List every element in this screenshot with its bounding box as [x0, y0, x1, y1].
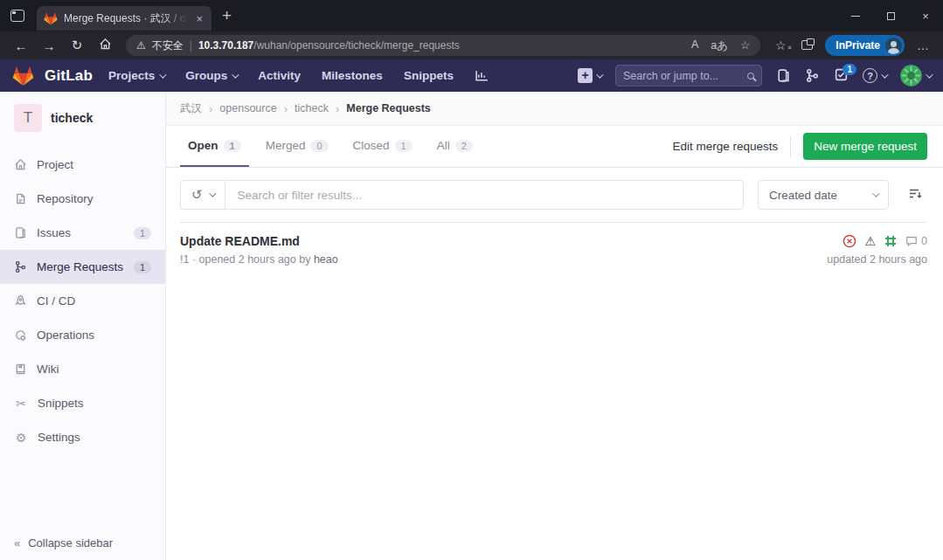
recent-searches-button[interactable]: ↺ — [181, 181, 225, 209]
sidebar-item-merge-requests[interactable]: Merge Requests 1 — [0, 250, 165, 284]
browser-menu-button[interactable]: … — [912, 38, 934, 52]
comment-count: 0 — [921, 235, 927, 247]
sidebar-item-label: Repository — [37, 192, 94, 205]
favorites-bar-button[interactable]: ☆ ≡ — [769, 38, 792, 52]
tab-open-count: 1 — [224, 140, 241, 152]
mr-author-link[interactable]: heao — [314, 253, 338, 266]
sidebar-item-wiki[interactable]: Wiki — [0, 352, 165, 386]
merge-requests-icon — [14, 260, 27, 273]
project-avatar: T — [14, 104, 42, 132]
nav-groups[interactable]: Groups — [185, 69, 237, 82]
sidebar-item-snippets[interactable]: ✂ Snippets — [0, 386, 165, 420]
breadcrumb-separator: › — [336, 102, 339, 115]
favorites-lines-icon: ≡ — [787, 45, 791, 51]
breadcrumb: 武汉 › opensource › ticheck › Merge Reques… — [166, 92, 943, 126]
home-icon — [99, 38, 112, 51]
workspaces-icon[interactable] — [10, 10, 24, 22]
assignee-avatar[interactable] — [884, 234, 898, 248]
charts-button[interactable] — [475, 68, 489, 83]
add-favorite-icon[interactable]: ☆ — [740, 38, 750, 53]
home-button[interactable] — [93, 38, 117, 53]
user-menu[interactable] — [900, 65, 931, 86]
window-minimize-button[interactable] — [838, 0, 873, 31]
window-maximize-button[interactable] — [873, 0, 908, 31]
edit-merge-requests-button[interactable]: Edit merge requests — [672, 140, 778, 153]
pipeline-failed-icon[interactable] — [842, 234, 856, 248]
collections-button[interactable] — [795, 38, 818, 52]
translate-icon[interactable]: aあ — [711, 38, 728, 53]
divider — [790, 136, 791, 157]
sidebar-item-label: Wiki — [37, 363, 59, 376]
gear-icon: ⚙ — [14, 431, 28, 445]
sidebar-item-operations[interactable]: Operations — [0, 318, 165, 352]
filter-search-input[interactable] — [225, 189, 743, 202]
url-domain: 10.3.70.187 — [198, 39, 253, 52]
sort-direction-button[interactable] — [903, 188, 927, 203]
user-avatar — [900, 65, 922, 86]
project-header[interactable]: T ticheck — [0, 92, 165, 148]
merge-requests-count-badge: 1 — [134, 261, 151, 273]
tab-all-label: All — [437, 139, 450, 152]
nav-milestones[interactable]: Milestones — [322, 69, 383, 82]
nav-activity[interactable]: Activity — [258, 69, 301, 82]
merge-request-row[interactable]: Update README.md !1 · opened 2 hours ago… — [180, 223, 927, 277]
sort-direction-icon — [908, 188, 922, 200]
new-menu-button[interactable]: + — [578, 68, 601, 83]
tab-closed[interactable]: Closed 1 — [345, 126, 420, 167]
forward-button[interactable]: → — [37, 38, 61, 53]
sort-dropdown[interactable]: Created date — [758, 180, 889, 210]
main-content: 武汉 › opensource › ticheck › Merge Reques… — [166, 92, 943, 560]
window-close-button[interactable]: × — [908, 0, 943, 31]
tab-open[interactable]: Open 1 — [180, 126, 249, 167]
gitlab-brand[interactable]: GitLab — [45, 67, 93, 85]
filtered-search[interactable]: ↺ — [180, 180, 744, 210]
inprivate-label: InPrivate — [836, 39, 880, 52]
mr-title-link[interactable]: Update README.md — [180, 234, 338, 248]
issues-icon[interactable] — [776, 68, 791, 83]
tab-merged[interactable]: Merged 0 — [258, 126, 336, 167]
mr-updated-text: updated 2 hours ago — [827, 253, 927, 266]
read-aloud-icon[interactable]: A — [691, 38, 698, 53]
mr-comments-link[interactable]: 0 — [905, 235, 927, 247]
global-search-input[interactable] — [623, 70, 742, 82]
tab-all[interactable]: All 2 — [429, 126, 481, 167]
sidebar-item-settings[interactable]: ⚙ Settings — [0, 420, 165, 454]
breadcrumb-subgroup[interactable]: opensource — [219, 102, 276, 114]
favorites-star-icon: ☆ — [775, 38, 787, 52]
chevron-down-icon — [159, 71, 166, 78]
global-search[interactable] — [615, 65, 762, 86]
collapse-sidebar-button[interactable]: « Collapse sidebar — [0, 526, 165, 560]
breadcrumb-project[interactable]: ticheck — [295, 102, 329, 114]
scissors-icon: ✂ — [14, 397, 28, 411]
tab-closed-label: Closed — [353, 139, 390, 152]
browser-tab[interactable]: Merge Requests · 武汉 / opensc × — [37, 6, 211, 31]
new-merge-request-button[interactable]: New merge request — [803, 133, 927, 160]
help-menu[interactable]: ? — [863, 68, 886, 83]
gitlab-navbar: GitLab Projects Groups Activity Mileston… — [0, 59, 943, 92]
not-secure-warning-icon: ⚠ — [136, 39, 146, 52]
issues-count-badge: 1 — [134, 227, 151, 239]
back-button[interactable]: ← — [9, 38, 33, 53]
nav-snippets[interactable]: Snippets — [404, 69, 454, 82]
sidebar-item-issues[interactable]: Issues 1 — [0, 216, 165, 250]
home-icon — [14, 158, 27, 171]
tab-close-icon[interactable]: × — [194, 12, 205, 25]
new-tab-button[interactable]: + — [222, 6, 232, 25]
gitlab-logo[interactable] — [12, 65, 34, 86]
book-icon — [14, 363, 27, 376]
breadcrumb-group[interactable]: 武汉 — [180, 101, 202, 116]
sidebar-item-project[interactable]: Project — [0, 148, 165, 182]
sidebar-item-repository[interactable]: Repository — [0, 182, 165, 216]
chevron-down-icon — [596, 71, 603, 78]
collapse-label: Collapse sidebar — [28, 536, 113, 550]
merge-requests-icon[interactable] — [805, 68, 820, 83]
sidebar-item-ci-cd[interactable]: CI / CD — [0, 284, 165, 318]
address-bar[interactable]: ⚠ 不安全 | 10.3.70.187/wuhan/opensource/tic… — [126, 35, 760, 56]
sidebar-item-label: Snippets — [38, 397, 84, 410]
inprivate-badge[interactable]: InPrivate — [825, 35, 905, 56]
tab-merged-count: 0 — [310, 140, 328, 152]
not-secure-label[interactable]: 不安全 — [152, 38, 184, 53]
nav-projects[interactable]: Projects — [108, 69, 164, 82]
reload-button[interactable]: ↻ — [65, 38, 89, 53]
todos-button[interactable]: 1 — [834, 67, 849, 85]
